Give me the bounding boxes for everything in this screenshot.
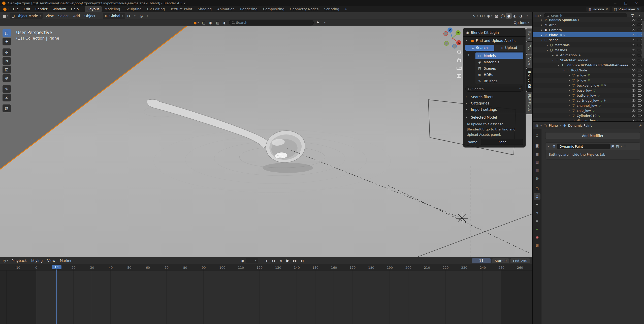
proportional-dropdown[interactable]: ▾ [145,13,150,19]
properties-tab[interactable]: ∞ [534,218,540,224]
playhead-line[interactable] [56,269,57,324]
timeline-menu-item[interactable]: Keying [29,259,45,263]
mesh-data-icon[interactable]: ▽ [588,74,590,77]
blenderkit-search-input[interactable]: Search ▾ [465,86,523,92]
outliner-item-label[interactable]: channel_low [576,104,597,107]
outliner-item-label[interactable]: Materials [554,43,570,47]
tool-button[interactable]: ⊕ [3,74,11,82]
outliner-item-label[interactable]: Camera [548,28,562,32]
play-reverse-button[interactable]: ◀ [277,258,284,263]
outliner-row[interactable]: ▸ ▽ battery_low ▽ [533,93,644,98]
outliner-row[interactable]: ▸ ▢ Materials [533,42,644,47]
outliner-item-label[interactable]: backvent_low [576,84,599,87]
expand-arrow[interactable]: ▸ [568,94,571,97]
visibility-eye-icon[interactable] [632,29,635,31]
properties-editor-icon[interactable]: ▥ [535,124,538,127]
asset-type-item[interactable]: ▢ Models [475,52,523,59]
outliner-item-label[interactable]: display_low [576,119,596,122]
next-keyframe-button[interactable]: ▶▶ [292,258,298,263]
snap-toggle-button[interactable]: Ω [126,13,132,19]
expand-arrow[interactable]: ▸ [568,74,571,77]
properties-tab[interactable]: ▢ [534,185,540,192]
selectability-dropdown[interactable]: ↖▾ [472,13,479,19]
sidebar-tab[interactable]: BlenderKit [526,68,532,91]
maximize-button[interactable]: □ [621,1,631,5]
render-camera-icon[interactable] [638,94,641,97]
render-camera-icon[interactable] [638,29,641,31]
render-camera-icon[interactable] [638,74,641,76]
outliner-item-label[interactable]: Area [548,23,557,27]
render-camera-icon[interactable] [638,79,641,82]
mesh-data-icon[interactable]: ▽ [588,79,590,82]
timeline-menu-item[interactable]: View [45,259,57,263]
find-upload-assets-header[interactable]: ▾ ● Find and Upload Assets [465,37,524,44]
shading-mode-button[interactable]: ◯ [500,13,506,19]
modifier-extras-dropdown[interactable]: ▾ [621,145,622,148]
properties-tab[interactable]: ◎ [534,175,540,181]
blenderkit-login-button[interactable]: ◉ BlenderKit Login [465,29,524,36]
render-camera-icon[interactable] [638,89,641,92]
expand-arrow[interactable]: ▸ [540,29,544,31]
visibility-eye-icon[interactable] [632,39,635,41]
properties-tab[interactable]: ▤ [534,151,540,157]
render-camera-icon[interactable] [638,104,641,107]
outliner-item-label[interactable]: Cylinder010 [576,114,597,118]
workspace-tab[interactable]: Rendering [237,6,260,12]
workspace-tab[interactable]: UV Editing [144,6,168,12]
scene-selector[interactable]: ▦ ложка × [586,7,610,12]
menu-item[interactable]: Edit [21,7,33,11]
render-camera-icon[interactable] [638,49,641,51]
auto-keyframe-button[interactable]: ◉ [240,258,246,263]
mesh-data-icon[interactable]: ▽ [599,104,601,107]
mesh-data-icon[interactable]: ▽ [601,84,603,87]
tool-button[interactable]: + [3,38,11,45]
workspace-tab[interactable]: Sculpting [123,6,144,12]
asset-type-expand-icon[interactable]: ▾ [468,53,469,57]
expand-arrow[interactable]: ▸ [545,44,549,46]
visibility-eye-icon[interactable] [632,19,635,21]
expand-arrow[interactable]: ▸ [568,84,571,87]
render-camera-icon[interactable] [638,54,641,56]
asset-type-materials-button[interactable]: ◉ [208,20,214,25]
render-camera-icon[interactable] [638,99,641,102]
properties-tab[interactable]: ▩ [534,242,540,248]
tool-button[interactable]: ✛ [3,48,11,56]
outliner-row[interactable]: ▸ ▽ Cylinder010 ▽ [533,113,644,118]
timeline-editor-type-button[interactable]: ◷▾ [2,258,9,263]
asset-type-hdrs-button[interactable]: ◐ [222,20,228,25]
viewlayer-selector[interactable]: ▤ ViewLayer × [612,7,641,12]
expand-arrow[interactable]: ▾ [540,39,544,41]
expand-arrow[interactable]: ▸ [568,99,571,102]
show-overlays-button[interactable]: ◉▾ [486,13,493,19]
outliner-row[interactable]: ▸ ▽ base_low ▽ [533,88,644,93]
shading-mode-button[interactable]: ● [506,13,512,19]
render-camera-icon[interactable] [638,44,641,46]
outliner-row[interactable]: ▸ ▽ Plane ⚙≈ [533,32,644,37]
viewport-menu-item[interactable]: Select [56,14,71,18]
render-camera-icon[interactable] [638,115,641,117]
outliner-item-label[interactable]: base_low [576,89,592,92]
editor-type-button[interactable]: ▦▾ [2,13,9,19]
asset-type-scenes-button[interactable]: ▤ [215,20,221,25]
expand-arrow[interactable]: ▸ [568,119,571,122]
outliner-row[interactable]: ▸ ▽ channel_low ▽ [533,103,644,108]
render-display-toggle[interactable]: ▤ [616,145,619,148]
render-camera-icon[interactable] [638,34,641,36]
physics-icon[interactable]: ≈ [563,33,565,36]
outliner-item-label[interactable]: b_low [576,78,586,82]
properties-tab[interactable]: ≈ [534,209,540,216]
mesh-data-icon[interactable]: ▽ [601,99,603,102]
outliner-scrollbar[interactable] [642,21,644,59]
outliner-row[interactable]: ▾ + Sketchfab_model [533,58,644,63]
properties-tab[interactable]: ◙ [534,143,540,149]
drag-handle-icon[interactable]: ⣿ [624,144,626,148]
bookmarks-button[interactable]: ⚑ [315,20,321,25]
tool-button[interactable]: ∠ [3,94,11,101]
visibility-eye-icon[interactable] [632,44,635,46]
asset-type-item[interactable]: ▤ Scenes [475,65,523,71]
expand-arrow[interactable]: ▾ [557,64,560,67]
outliner-item-label[interactable]: Plane [548,33,558,37]
axis-neg-y[interactable] [444,41,449,46]
menu-item[interactable]: Render [33,7,50,11]
mesh-data-icon[interactable]: ▽ [593,109,595,112]
